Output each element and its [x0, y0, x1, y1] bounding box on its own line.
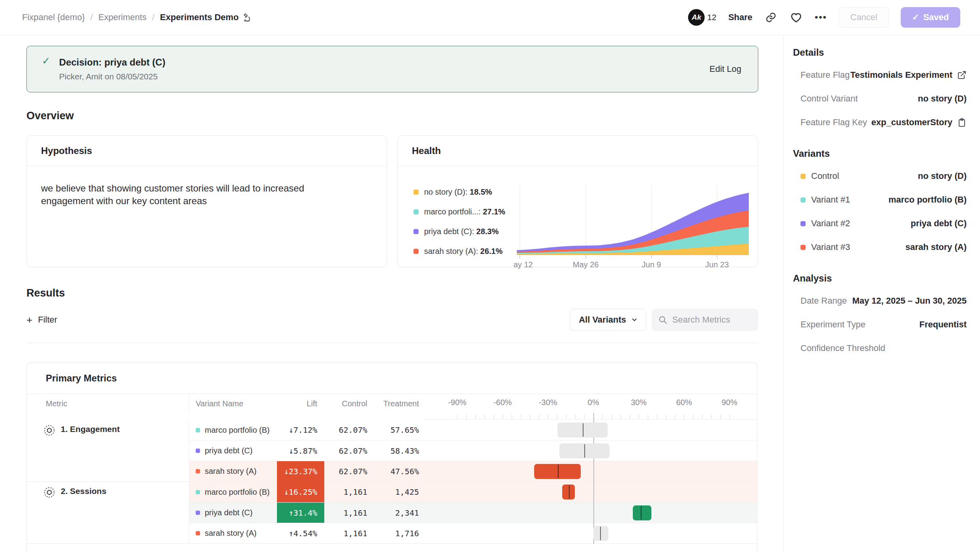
- treatment-value-cell: 58.43%: [373, 446, 423, 456]
- variant-row: Variant #2priya debt (C): [800, 218, 967, 229]
- variant-row: Variant #3sarah story (A): [800, 242, 967, 252]
- variant-color-dot: [196, 511, 200, 515]
- treatment-value-cell: 2,341: [373, 508, 423, 518]
- lift-axis-labels: -90%-60%-30%0%30%60%90%: [423, 394, 757, 413]
- analysis-label: Experiment Type: [800, 319, 866, 330]
- variant-value: marco portfolio (B): [888, 195, 967, 205]
- lift-cell: ↑4.54%: [277, 523, 324, 544]
- table-row[interactable]: sarah story (A)↑4.54%1,1611,716: [189, 523, 757, 543]
- table-row[interactable]: priya debt (C)↑31.4%1,1612,341: [189, 502, 757, 523]
- variant-name-cell: marco portfolio (B): [189, 488, 277, 497]
- primary-metrics-title: Primary Metrics: [27, 363, 757, 394]
- table-header-row: MetricVariant NameLiftControlTreatment-9…: [27, 394, 757, 413]
- ruler-tick: [521, 415, 521, 419]
- favorite-heart-icon[interactable]: [789, 11, 803, 24]
- search-metrics-input[interactable]: [672, 315, 751, 325]
- add-filter-button[interactable]: + Filter: [26, 315, 57, 325]
- legend-label: marco portfoli...: 27.1%: [424, 207, 505, 216]
- ruler-tick: [729, 415, 730, 419]
- external-link-icon[interactable]: [957, 70, 967, 80]
- axis-tick-label: 30%: [631, 398, 647, 407]
- decision-check-icon: ✓: [42, 55, 50, 67]
- decision-title: Decision: priya debt (C): [59, 57, 165, 68]
- mean-lift-tick: [584, 444, 585, 458]
- copy-link-icon[interactable]: [764, 11, 778, 24]
- table-row[interactable]: marco portfolio (B)↓7.12%62.07%57.65%: [189, 420, 757, 440]
- variant-label: marco portfolio (B): [205, 488, 270, 497]
- collaborators-count[interactable]: + 12: [700, 13, 716, 22]
- mean-lift-tick: [641, 506, 641, 520]
- hypothesis-body: we believe that showing customer stories…: [27, 166, 366, 223]
- mean-lift-tick: [583, 423, 584, 437]
- lift-cell: ↓5.87%: [277, 441, 324, 461]
- detail-row: Feature FlagTestimonials Experiment: [800, 70, 967, 80]
- share-button[interactable]: Share: [728, 12, 752, 23]
- cancel-button[interactable]: Cancel: [839, 7, 888, 28]
- detail-label: Feature Flag Key: [800, 117, 867, 128]
- variant-color-dot: [196, 531, 200, 535]
- detail-value-text: Testimonials Experiment: [850, 70, 952, 80]
- search-metrics-box: [652, 309, 758, 331]
- health-card: Health no story (D): 18.5%marco portfoli…: [397, 135, 758, 267]
- breadcrumb-item[interactable]: Experiments: [98, 12, 146, 23]
- lift-cell: ↓7.12%: [277, 420, 324, 440]
- ruler-tick: [548, 415, 548, 419]
- ruler-tick: [693, 415, 694, 419]
- analysis-row: Confidence Threshold: [800, 343, 967, 353]
- breadcrumb-item[interactable]: Fixpanel {demo}: [22, 12, 85, 23]
- treatment-value-cell: 47.56%: [373, 467, 423, 476]
- confidence-interval-bar[interactable]: [534, 464, 581, 479]
- lift-axis-ruler: [423, 413, 757, 420]
- more-menu-button[interactable]: •••: [815, 12, 827, 23]
- metric-group: 1. Engagementmarco portfolio (B)↓7.12%62…: [27, 420, 757, 482]
- edit-log-button[interactable]: Edit Log: [709, 64, 741, 74]
- metric-cell[interactable]: 1. Engagement: [27, 420, 189, 481]
- table-row[interactable]: sarah story (A)↓23.37%62.07%47.56%: [189, 461, 757, 481]
- metric-cell[interactable]: 2. Sessions: [27, 482, 189, 543]
- ruler-tick: [530, 415, 530, 419]
- ruler-tick: [675, 415, 675, 419]
- axis-tick-label: 0%: [588, 398, 599, 407]
- treatment-value-cell: 57.65%: [373, 425, 423, 435]
- confidence-interval-bar[interactable]: [633, 505, 651, 520]
- variant-label: priya debt (C): [205, 508, 252, 517]
- metric-rows: marco portfolio (B)↓16.25%1,1611,425priy…: [189, 482, 757, 543]
- table-row[interactable]: marco portfolio (B)↓16.25%1,1611,425: [189, 482, 757, 502]
- variant-row: Controlno story (D): [800, 171, 967, 181]
- analysis-row: Date RangeMay 12, 2025 – Jun 30, 2025: [800, 296, 967, 306]
- legend-value: 27.1%: [483, 207, 505, 216]
- ruler-tick: [457, 415, 458, 419]
- ruler-tick: [475, 415, 476, 419]
- variants-dropdown[interactable]: All Variants: [570, 309, 646, 331]
- health-legend-item: marco portfoli...: 27.1%: [413, 207, 513, 216]
- column-header-lift: Lift: [277, 399, 324, 408]
- detail-row: Control Variantno story (D): [800, 94, 967, 104]
- variant-swatch: [800, 245, 806, 250]
- variant-swatch: [800, 174, 806, 179]
- clipboard-icon[interactable]: [957, 118, 967, 127]
- legend-swatch: [413, 229, 419, 234]
- lift-cell: ↓16.25%: [277, 482, 324, 502]
- ruler-tick: [648, 415, 648, 419]
- variant-name-cell: priya debt (C): [189, 508, 277, 517]
- variant-color-dot: [196, 449, 200, 453]
- ruler-tick: [602, 415, 603, 419]
- variant-swatch: [800, 197, 806, 203]
- legend-value: 18.5%: [470, 188, 492, 196]
- variant-value: sarah story (A): [905, 242, 967, 252]
- health-legend-item: priya debt (C): 28.3%: [413, 227, 513, 236]
- add-metric-button[interactable]: + Add: [27, 544, 757, 552]
- saved-button[interactable]: ✓ Saved: [901, 7, 960, 28]
- ruler-tick: [584, 415, 585, 419]
- control-value-cell: 62.07%: [324, 446, 373, 456]
- legend-label: sarah story (A): 26.1%: [424, 247, 503, 256]
- legend-swatch: [413, 209, 419, 214]
- breadcrumb-item[interactable]: Experiments Demo: [160, 12, 251, 23]
- search-icon: [658, 315, 668, 325]
- table-row[interactable]: priya debt (C)↓5.87%62.07%58.43%: [189, 440, 757, 461]
- confidence-interval-cell: [423, 441, 757, 461]
- ruler-tick: [566, 415, 567, 419]
- hypothesis-card: Hypothesis we believe that showing custo…: [26, 135, 387, 267]
- plus-icon: +: [26, 315, 32, 325]
- metric-target-icon: [43, 424, 55, 436]
